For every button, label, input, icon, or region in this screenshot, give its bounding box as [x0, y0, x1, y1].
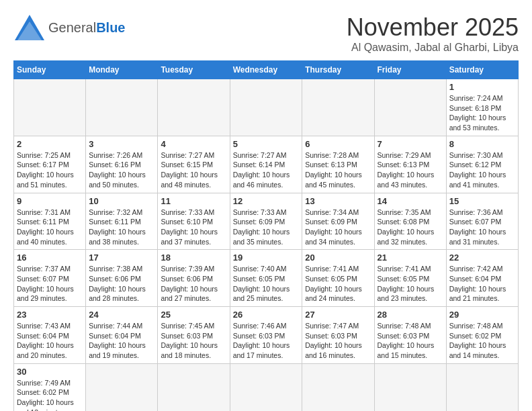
logo-general-text: General — [48, 20, 96, 35]
day-info: Sunrise: 7:33 AM Sunset: 6:09 PM Dayligh… — [233, 208, 300, 247]
day-number: 18 — [161, 253, 226, 263]
day-cell: 16Sunrise: 7:37 AM Sunset: 6:07 PM Dayli… — [14, 250, 86, 307]
day-cell: 9Sunrise: 7:31 AM Sunset: 6:11 PM Daylig… — [14, 193, 86, 250]
day-number: 28 — [378, 310, 443, 320]
day-cell: 4Sunrise: 7:27 AM Sunset: 6:15 PM Daylig… — [158, 136, 230, 193]
week-row-4: 23Sunrise: 7:43 AM Sunset: 6:04 PM Dayli… — [14, 307, 519, 364]
calendar-table: SundayMondayTuesdayWednesdayThursdayFrid… — [13, 60, 519, 411]
day-info: Sunrise: 7:32 AM Sunset: 6:11 PM Dayligh… — [89, 208, 154, 247]
day-number: 21 — [378, 253, 443, 263]
day-info: Sunrise: 7:42 AM Sunset: 6:04 PM Dayligh… — [449, 264, 515, 304]
day-info: Sunrise: 7:44 AM Sunset: 6:04 PM Dayligh… — [89, 321, 154, 361]
day-info: Sunrise: 7:30 AM Sunset: 6:12 PM Dayligh… — [449, 150, 515, 190]
day-info: Sunrise: 7:47 AM Sunset: 6:03 PM Dayligh… — [305, 321, 371, 361]
day-number: 14 — [378, 196, 443, 206]
day-cell: 27Sunrise: 7:47 AM Sunset: 6:03 PM Dayli… — [302, 307, 374, 364]
day-number: 20 — [305, 253, 371, 263]
day-cell — [374, 363, 446, 411]
logo-blue-text: Blue — [96, 20, 125, 35]
day-number: 2 — [17, 139, 83, 149]
day-cell: 21Sunrise: 7:41 AM Sunset: 6:05 PM Dayli… — [374, 250, 446, 307]
day-cell: 5Sunrise: 7:27 AM Sunset: 6:14 PM Daylig… — [230, 136, 302, 193]
day-info: Sunrise: 7:45 AM Sunset: 6:03 PM Dayligh… — [161, 321, 226, 361]
day-info: Sunrise: 7:31 AM Sunset: 6:11 PM Dayligh… — [17, 208, 83, 247]
day-info: Sunrise: 7:48 AM Sunset: 6:02 PM Dayligh… — [449, 321, 515, 361]
day-cell — [86, 363, 158, 411]
day-cell: 6Sunrise: 7:28 AM Sunset: 6:13 PM Daylig… — [302, 136, 374, 193]
week-row-3: 16Sunrise: 7:37 AM Sunset: 6:07 PM Dayli… — [14, 250, 519, 307]
day-info: Sunrise: 7:46 AM Sunset: 6:03 PM Dayligh… — [233, 321, 300, 361]
day-cell: 24Sunrise: 7:44 AM Sunset: 6:04 PM Dayli… — [86, 307, 158, 364]
week-row-1: 2Sunrise: 7:25 AM Sunset: 6:17 PM Daylig… — [14, 136, 519, 193]
day-cell: 1Sunrise: 7:24 AM Sunset: 6:18 PM Daylig… — [446, 79, 518, 136]
day-cell — [446, 363, 518, 411]
day-cell: 13Sunrise: 7:34 AM Sunset: 6:09 PM Dayli… — [302, 193, 374, 250]
day-cell: 22Sunrise: 7:42 AM Sunset: 6:04 PM Dayli… — [446, 250, 518, 307]
day-number: 25 — [161, 310, 226, 320]
day-cell — [230, 79, 302, 136]
location-title: Al Qawasim, Jabal al Gharbi, Libya — [347, 42, 519, 54]
day-info: Sunrise: 7:29 AM Sunset: 6:13 PM Dayligh… — [378, 150, 443, 190]
day-cell: 2Sunrise: 7:25 AM Sunset: 6:17 PM Daylig… — [14, 136, 86, 193]
day-info: Sunrise: 7:27 AM Sunset: 6:15 PM Dayligh… — [161, 150, 226, 190]
day-number: 10 — [89, 196, 154, 206]
day-cell — [14, 79, 86, 136]
day-cell: 10Sunrise: 7:32 AM Sunset: 6:11 PM Dayli… — [86, 193, 158, 250]
day-number: 23 — [17, 310, 83, 320]
day-cell — [302, 363, 374, 411]
day-number: 22 — [449, 253, 515, 263]
day-number: 17 — [89, 253, 154, 263]
week-row-0: 1Sunrise: 7:24 AM Sunset: 6:18 PM Daylig… — [14, 79, 519, 136]
day-info: Sunrise: 7:35 AM Sunset: 6:08 PM Dayligh… — [378, 208, 443, 247]
day-cell: 29Sunrise: 7:48 AM Sunset: 6:02 PM Dayli… — [446, 307, 518, 364]
day-info: Sunrise: 7:25 AM Sunset: 6:17 PM Dayligh… — [17, 150, 83, 190]
day-number: 7 — [378, 139, 443, 149]
day-info: Sunrise: 7:24 AM Sunset: 6:18 PM Dayligh… — [449, 93, 515, 133]
header-cell-tuesday: Tuesday — [158, 61, 230, 79]
header-cell-friday: Friday — [374, 61, 446, 79]
day-info: Sunrise: 7:39 AM Sunset: 6:06 PM Dayligh… — [161, 264, 226, 304]
page-header: GeneralBlue November 2025 Al Qawasim, Ja… — [13, 13, 519, 54]
day-number: 3 — [89, 139, 154, 149]
day-info: Sunrise: 7:27 AM Sunset: 6:14 PM Dayligh… — [233, 150, 300, 190]
day-cell — [86, 79, 158, 136]
header-cell-wednesday: Wednesday — [230, 61, 302, 79]
day-info: Sunrise: 7:48 AM Sunset: 6:03 PM Dayligh… — [378, 321, 443, 361]
day-cell: 23Sunrise: 7:43 AM Sunset: 6:04 PM Dayli… — [14, 307, 86, 364]
week-row-5: 30Sunrise: 7:49 AM Sunset: 6:02 PM Dayli… — [14, 363, 519, 411]
header-row: SundayMondayTuesdayWednesdayThursdayFrid… — [14, 61, 519, 79]
day-number: 9 — [17, 196, 83, 206]
day-number: 4 — [161, 139, 226, 149]
day-number: 13 — [305, 196, 371, 206]
day-info: Sunrise: 7:38 AM Sunset: 6:06 PM Dayligh… — [89, 264, 154, 304]
day-cell — [374, 79, 446, 136]
day-cell: 12Sunrise: 7:33 AM Sunset: 6:09 PM Dayli… — [230, 193, 302, 250]
day-number: 1 — [449, 82, 515, 92]
day-info: Sunrise: 7:49 AM Sunset: 6:02 PM Dayligh… — [17, 378, 83, 411]
day-info: Sunrise: 7:37 AM Sunset: 6:07 PM Dayligh… — [17, 264, 83, 304]
day-cell — [230, 363, 302, 411]
day-info: Sunrise: 7:34 AM Sunset: 6:09 PM Dayligh… — [305, 208, 371, 247]
day-cell: 8Sunrise: 7:30 AM Sunset: 6:12 PM Daylig… — [446, 136, 518, 193]
day-number: 19 — [233, 253, 300, 263]
day-number: 5 — [233, 139, 300, 149]
header-cell-thursday: Thursday — [302, 61, 374, 79]
day-cell: 17Sunrise: 7:38 AM Sunset: 6:06 PM Dayli… — [86, 250, 158, 307]
day-number: 24 — [89, 310, 154, 320]
day-number: 12 — [233, 196, 300, 206]
day-cell: 7Sunrise: 7:29 AM Sunset: 6:13 PM Daylig… — [374, 136, 446, 193]
header-cell-monday: Monday — [86, 61, 158, 79]
day-cell: 28Sunrise: 7:48 AM Sunset: 6:03 PM Dayli… — [374, 307, 446, 364]
day-number: 6 — [305, 139, 371, 149]
day-cell: 15Sunrise: 7:36 AM Sunset: 6:07 PM Dayli… — [446, 193, 518, 250]
day-number: 15 — [449, 196, 515, 206]
day-cell — [302, 79, 374, 136]
day-cell — [158, 79, 230, 136]
logo: GeneralBlue — [13, 13, 126, 42]
day-cell: 19Sunrise: 7:40 AM Sunset: 6:05 PM Dayli… — [230, 250, 302, 307]
day-number: 16 — [17, 253, 83, 263]
day-cell: 3Sunrise: 7:26 AM Sunset: 6:16 PM Daylig… — [86, 136, 158, 193]
header-cell-saturday: Saturday — [446, 61, 518, 79]
day-number: 29 — [449, 310, 515, 320]
logo-icon — [13, 13, 46, 42]
